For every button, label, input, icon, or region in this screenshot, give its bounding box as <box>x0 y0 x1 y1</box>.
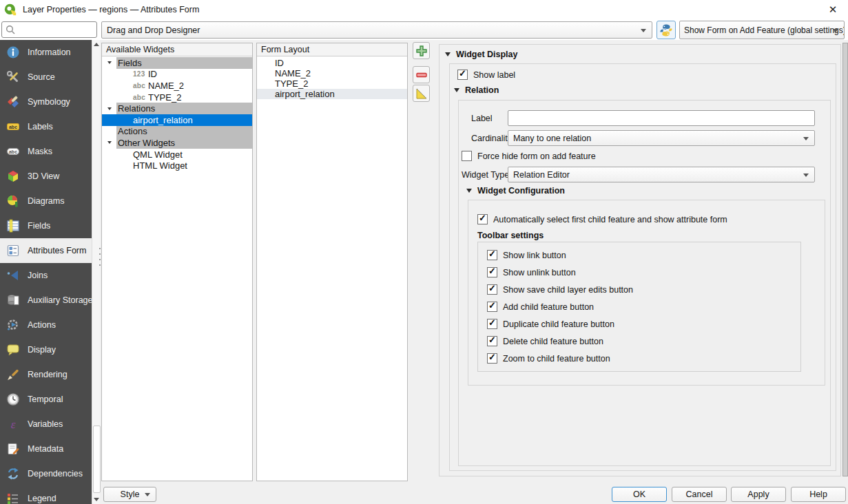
sidebar-scrollbar[interactable] <box>92 40 100 504</box>
search-box[interactable] <box>1 21 97 38</box>
tree-group-relations[interactable]: Relations <box>102 103 252 114</box>
widget-type-combo[interactable]: Relation Editor <box>508 167 815 182</box>
delete-child-feature-checkbox[interactable]: Delete child feature button <box>487 336 603 346</box>
form-layout-panel: Form Layout ID NAME_2 TYPE_2 airport_rel… <box>256 43 408 481</box>
checkbox-checked-icon[interactable] <box>487 250 497 260</box>
tree-group-actions[interactable]: Actions <box>102 126 252 138</box>
sidebar-item-symbology[interactable]: Symbology <box>0 90 92 114</box>
sidebar-item-auxiliary-storage[interactable]: Auxiliary Storage <box>0 288 92 313</box>
sidebar-item-labels[interactable]: abcLabels <box>0 114 92 139</box>
cancel-button[interactable]: Cancel <box>672 487 727 502</box>
checkbox-checked-icon[interactable] <box>487 319 497 329</box>
sidebar-item-attributes-form[interactable]: Attributes Form <box>0 238 92 263</box>
zoom-to-child-feature-checkbox[interactable]: Zoom to child feature button <box>487 353 610 364</box>
remove-widget-button[interactable] <box>413 66 430 83</box>
tree-item-name-2[interactable]: abcNAME_2 <box>102 80 252 92</box>
sidebar-item-label: Diagrams <box>28 196 65 206</box>
python-icon <box>659 23 673 37</box>
form-layout-list: ID NAME_2 TYPE_2 airport_relation <box>257 56 407 99</box>
tree-item-airport-relation[interactable]: airport_relation <box>102 114 252 126</box>
scroll-up-icon[interactable] <box>94 43 99 46</box>
form-layout-item-name-2[interactable]: NAME_2 <box>257 68 407 78</box>
show-link-button-checkbox[interactable]: Show link button <box>487 250 566 260</box>
metadata-icon <box>3 442 23 456</box>
tree-item-type-2[interactable]: abcTYPE_2 <box>102 92 252 103</box>
show-label-checkbox[interactable]: Show label <box>457 70 515 80</box>
checkbox-checked-icon[interactable] <box>487 302 497 312</box>
widget-display-header[interactable]: Widget Display <box>445 50 517 59</box>
temporal-icon <box>3 392 23 406</box>
force-hide-form-checkbox[interactable]: Force hide form on add feature <box>462 151 596 161</box>
relation-header[interactable]: Relation <box>454 85 499 95</box>
chevron-down-icon <box>641 29 646 32</box>
widget-configuration-header[interactable]: Widget Configuration <box>466 186 565 196</box>
checkbox-checked-icon[interactable] <box>487 353 497 364</box>
label-input[interactable] <box>508 110 815 126</box>
scrollbar-thumb[interactable] <box>93 426 101 493</box>
form-layout-item-id[interactable]: ID <box>257 58 407 68</box>
sidebar-item-actions[interactable]: Actions <box>0 313 92 337</box>
help-button[interactable]: Help <box>791 487 846 502</box>
sidebar-item-3d-view[interactable]: 3D View <box>0 164 92 189</box>
form-layout-item-airport-relation[interactable]: airport_relation <box>257 89 407 99</box>
tree-group-fields[interactable]: Fields <box>102 57 252 69</box>
sidebar-item-variables[interactable]: εVariables <box>0 412 92 437</box>
ok-button[interactable]: OK <box>612 487 667 502</box>
show-unlink-button-checkbox[interactable]: Show unlink button <box>487 267 576 277</box>
duplicate-child-feature-checkbox[interactable]: Duplicate child feature button <box>487 319 614 329</box>
python-init-button[interactable] <box>656 21 676 39</box>
checkbox-unchecked-icon[interactable] <box>462 151 472 161</box>
add-child-feature-checkbox[interactable]: Add child feature button <box>487 302 594 312</box>
apply-button[interactable]: Apply <box>731 487 786 502</box>
checkbox-checked-icon[interactable] <box>487 267 497 277</box>
sidebar-item-information[interactable]: Information <box>0 40 92 65</box>
checkbox-checked-icon[interactable] <box>487 336 497 346</box>
splitter-handle[interactable] <box>99 259 101 260</box>
checkbox-label: Duplicate child feature button <box>503 319 614 329</box>
right-panel-scrollbar[interactable] <box>842 43 848 476</box>
sidebar-item-rendering[interactable]: Rendering <box>0 362 92 387</box>
checkbox-label: Show save child layer edits button <box>503 285 633 295</box>
scroll-down-icon[interactable] <box>94 498 99 501</box>
checkbox-checked-icon[interactable] <box>457 70 468 80</box>
designer-mode-combo[interactable]: Drag and Drop Designer <box>101 21 652 39</box>
checkbox-checked-icon[interactable] <box>487 284 497 295</box>
tree-item-html-widget[interactable]: HTML Widget <box>102 160 252 171</box>
sidebar-item-masks[interactable]: abcMasks <box>0 139 92 164</box>
splitter-handle[interactable] <box>99 253 101 255</box>
tree-item-id[interactable]: 123ID <box>102 69 252 81</box>
sidebar-item-source[interactable]: Source <box>0 65 92 90</box>
collapse-arrow-icon[interactable] <box>102 103 116 114</box>
sidebar-item-joins[interactable]: Joins <box>0 263 92 288</box>
tree-group-other-widgets[interactable]: Other Widgets <box>102 137 252 149</box>
sidebar-item-metadata[interactable]: Metadata <box>0 437 92 461</box>
splitter-handle[interactable] <box>99 248 101 249</box>
search-input[interactable] <box>17 23 96 38</box>
tree-item-qml-widget[interactable]: QML Widget <box>102 149 252 160</box>
auto-select-first-child-checkbox[interactable]: Automatically select first child feature… <box>477 214 727 224</box>
sidebar-item-legend[interactable]: Legend <box>0 486 92 504</box>
chevron-down-icon <box>145 493 150 496</box>
style-button[interactable]: Style <box>103 487 156 502</box>
actions-icon <box>3 318 23 332</box>
masks-icon: abc <box>3 145 23 158</box>
available-widgets-header: Available Widgets <box>102 43 252 56</box>
checkbox-checked-icon[interactable] <box>477 214 488 224</box>
splitter-handle[interactable] <box>99 264 101 266</box>
cardinality-combo[interactable]: Many to one relation <box>508 130 815 146</box>
form-layout-item-type-2[interactable]: TYPE_2 <box>257 78 407 89</box>
show-form-combo[interactable]: Show Form on Add Feature (global setting… <box>679 21 845 39</box>
edit-widget-button[interactable] <box>413 85 430 102</box>
collapse-arrow-icon[interactable] <box>102 57 116 69</box>
sidebar-item-diagrams[interactable]: Diagrams <box>0 189 92 213</box>
sidebar-item-dependencies[interactable]: Dependencies <box>0 461 92 486</box>
close-icon[interactable]: ✕ <box>826 3 840 17</box>
auxiliary-storage-icon <box>3 293 23 307</box>
add-widget-button[interactable] <box>413 42 430 59</box>
sidebar-item-label: Joins <box>28 271 48 280</box>
sidebar-item-fields[interactable]: Fields <box>0 213 92 238</box>
show-save-child-edits-checkbox[interactable]: Show save child layer edits button <box>487 284 633 295</box>
sidebar-item-display[interactable]: Display <box>0 337 92 362</box>
sidebar-item-temporal[interactable]: Temporal <box>0 387 92 412</box>
collapse-arrow-icon[interactable] <box>102 137 116 149</box>
